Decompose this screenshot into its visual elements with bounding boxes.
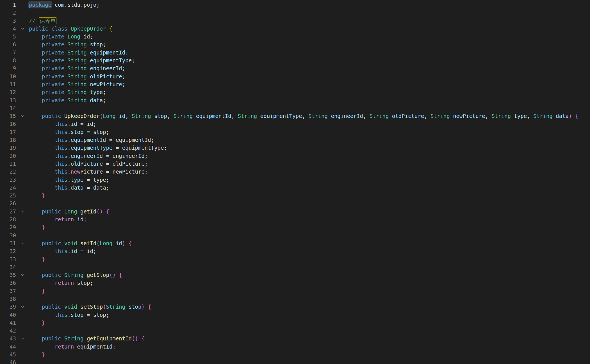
code-line[interactable]: this.stop = stop; bbox=[29, 128, 590, 136]
code-line[interactable]: } bbox=[29, 287, 590, 295]
code-line[interactable] bbox=[29, 9, 590, 17]
fold-gutter bbox=[16, 88, 29, 96]
fold-toggle[interactable] bbox=[16, 208, 29, 215]
code-line[interactable]: return stop; bbox=[29, 279, 590, 287]
code-line[interactable]: this.engineerId = engineerId; bbox=[29, 152, 590, 160]
code-token: . bbox=[67, 137, 70, 143]
code-line[interactable]: this.newPicture = newPicture; bbox=[29, 168, 590, 176]
code-line[interactable] bbox=[29, 199, 590, 207]
line-number: 41 bbox=[0, 319, 16, 327]
fold-toggle[interactable] bbox=[16, 25, 29, 33]
fold-toggle[interactable] bbox=[16, 271, 29, 279]
line-number: 37 bbox=[0, 287, 16, 295]
code-line[interactable]: } bbox=[29, 319, 590, 327]
code-token: equipmentId; bbox=[74, 343, 116, 350]
code-line[interactable] bbox=[29, 295, 590, 303]
line-number: 21 bbox=[0, 160, 16, 168]
code-line[interactable]: // 保养单 bbox=[29, 17, 590, 25]
code-token: { bbox=[141, 335, 144, 342]
code-token: id bbox=[116, 240, 122, 246]
fold-gutter bbox=[16, 72, 29, 80]
code-line[interactable] bbox=[29, 231, 590, 239]
code-line[interactable]: private String newPicture; bbox=[29, 80, 590, 88]
code-token: , bbox=[527, 113, 533, 119]
code-line-row: 40 this.stop = stop; bbox=[0, 311, 590, 319]
code-line[interactable]: this.data = data; bbox=[29, 184, 590, 192]
code-token: type bbox=[514, 113, 527, 119]
code-line[interactable]: } bbox=[29, 255, 590, 263]
line-number: 27 bbox=[0, 208, 16, 215]
code-line[interactable]: return equipmentId; bbox=[29, 343, 590, 351]
code-line[interactable]: public UpkeepOrder(Long id, String stop,… bbox=[29, 112, 590, 120]
code-token: private bbox=[42, 41, 68, 47]
code-token: equipmentType bbox=[71, 145, 113, 151]
code-token: , bbox=[485, 113, 492, 119]
code-token: } bbox=[42, 256, 45, 262]
indent-guide bbox=[42, 311, 42, 319]
code-line[interactable]: package com.stdu.pojo; bbox=[29, 1, 590, 9]
code-line[interactable]: this.equipmentId = equipmentId; bbox=[29, 136, 590, 144]
code-line[interactable] bbox=[29, 104, 590, 112]
code-line[interactable]: this.stop = stop; bbox=[29, 311, 590, 319]
code-line[interactable] bbox=[29, 358, 590, 364]
code-line[interactable]: private String type; bbox=[29, 88, 590, 96]
code-line[interactable]: private String equipmentId; bbox=[29, 49, 590, 56]
code-line[interactable]: public String getEquipmentId() { bbox=[29, 335, 590, 342]
fold-toggle[interactable] bbox=[16, 303, 29, 311]
chevron-down-icon bbox=[20, 241, 25, 245]
fold-gutter bbox=[16, 311, 29, 319]
code-line[interactable]: this.id = id; bbox=[29, 247, 590, 255]
code-token: { bbox=[106, 208, 109, 215]
indent-guide bbox=[29, 64, 29, 72]
code-line[interactable]: public String getStop() { bbox=[29, 271, 590, 279]
line-number: 42 bbox=[0, 327, 16, 335]
line-number: 30 bbox=[0, 231, 16, 239]
code-line[interactable]: private String oldPicture; bbox=[29, 72, 590, 80]
code-line[interactable]: private String data; bbox=[29, 96, 590, 104]
code-line[interactable]: public void setStop(String stop) { bbox=[29, 303, 590, 311]
code-token bbox=[145, 304, 148, 310]
code-line[interactable]: public void setId(Long id) { bbox=[29, 239, 590, 247]
code-token: . bbox=[67, 153, 70, 159]
code-line[interactable]: return id; bbox=[29, 215, 590, 223]
code-line[interactable]: this.oldPicture = oldPicture; bbox=[29, 160, 590, 168]
code-line[interactable] bbox=[29, 263, 590, 271]
code-line[interactable]: } bbox=[29, 192, 590, 199]
code-token: return bbox=[55, 216, 74, 222]
fold-gutter bbox=[16, 136, 29, 144]
code-token: setId bbox=[80, 240, 96, 246]
code-line[interactable]: this.equipmentType = equipmentType; bbox=[29, 144, 590, 152]
code-line[interactable]: private Long id; bbox=[29, 33, 590, 40]
fold-toggle[interactable] bbox=[16, 112, 29, 120]
code-line[interactable]: } bbox=[29, 223, 590, 231]
code-line[interactable]: this.id = id; bbox=[29, 120, 590, 128]
code-token: { bbox=[129, 240, 132, 246]
code-token bbox=[138, 335, 141, 342]
indent-guide bbox=[42, 160, 42, 168]
code-line[interactable]: private String engineerId; bbox=[29, 64, 590, 72]
code-token: private bbox=[42, 89, 68, 95]
code-token bbox=[572, 113, 575, 119]
code-token: ( bbox=[100, 113, 103, 119]
code-line[interactable] bbox=[29, 327, 590, 335]
code-line[interactable]: private String equipmentType; bbox=[29, 56, 590, 64]
line-number: 20 bbox=[0, 152, 16, 160]
code-token: String bbox=[308, 113, 331, 119]
code-line[interactable]: private String stop; bbox=[29, 40, 590, 48]
code-line-row: 26 bbox=[0, 199, 590, 207]
code-token: . bbox=[67, 185, 70, 191]
code-line[interactable]: public Long getId() { bbox=[29, 208, 590, 215]
code-line-row: 33 } bbox=[0, 255, 590, 263]
fold-toggle[interactable] bbox=[16, 239, 29, 247]
code-line[interactable]: this.type = type; bbox=[29, 176, 590, 184]
code-token bbox=[29, 57, 42, 63]
fold-gutter bbox=[16, 295, 29, 303]
line-number: 3 bbox=[0, 17, 16, 25]
code-token: Long bbox=[64, 208, 80, 215]
code-line[interactable]: public class UpkeepOrder { bbox=[29, 25, 590, 33]
line-number: 39 bbox=[0, 303, 16, 311]
fold-toggle[interactable] bbox=[16, 335, 29, 342]
line-number: 38 bbox=[0, 295, 16, 303]
code-line[interactable]: } bbox=[29, 351, 590, 358]
indent-guide bbox=[29, 72, 29, 80]
